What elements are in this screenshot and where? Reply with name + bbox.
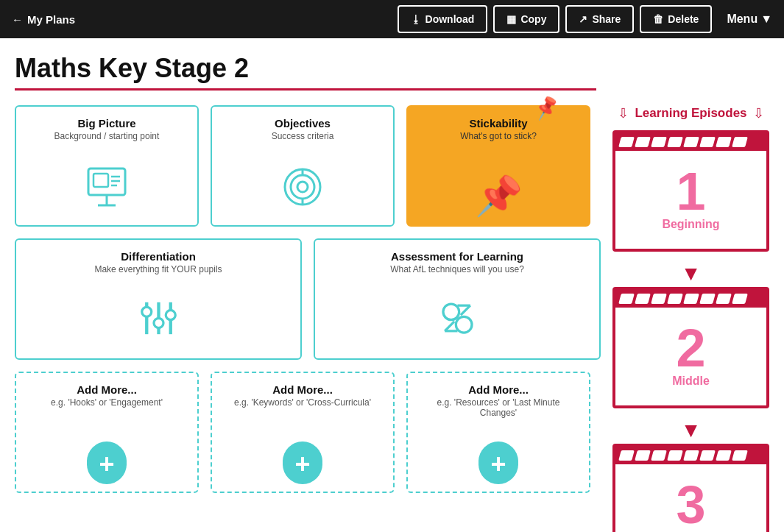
- svg-line-23: [445, 322, 454, 331]
- svg-line-22: [460, 305, 470, 315]
- copy-icon: ▦: [506, 13, 516, 25]
- card-row-1: Big Picture Background / starting point: [15, 105, 601, 227]
- assessment-title: Assessment for Learning: [391, 250, 523, 263]
- svg-point-9: [297, 182, 308, 192]
- filmstrip-tooth: [732, 450, 748, 461]
- stickability-card[interactable]: 📌 Stickability What's got to stick? 📌: [406, 105, 590, 227]
- episode-card-3[interactable]: 3 End: [612, 444, 769, 532]
- cards-area: Big Picture Background / starting point: [15, 105, 601, 532]
- title-underline: [15, 88, 596, 91]
- menu-button[interactable]: Menu ▼: [727, 13, 772, 26]
- share-icon: ↗: [579, 13, 587, 25]
- episodes-label: Learning Episodes: [635, 106, 746, 121]
- stickability-title: Stickability: [469, 117, 527, 130]
- episode-card-1[interactable]: 1 Beginning: [612, 130, 769, 252]
- svg-point-19: [456, 316, 472, 333]
- menu-label: Menu: [727, 13, 757, 26]
- filmstrip-tooth: [667, 294, 683, 304]
- episode-3-number: 3: [676, 478, 705, 531]
- assessment-icon: [434, 294, 481, 348]
- filmstrip-tooth: [635, 294, 651, 304]
- main-content: Maths Key Stage 2 Big Picture Background…: [0, 38, 784, 532]
- filmstrip-tooth: [667, 450, 683, 461]
- header: ← My Plans ⭳ Download ▦ Copy ↗ Share 🗑 D…: [0, 0, 784, 38]
- filmstrip-tooth: [699, 450, 716, 461]
- big-picture-card[interactable]: Big Picture Background / starting point: [15, 105, 199, 227]
- add-more-card-1[interactable]: Add More... e.g. 'Hooks' or 'Engagement'…: [15, 372, 199, 493]
- pin-top-icon: 📌: [532, 93, 561, 121]
- svg-point-16: [154, 319, 163, 328]
- stickability-subtitle: What's got to stick?: [460, 131, 537, 141]
- add-icon-2: +: [283, 441, 322, 481]
- filmstrip-tooth: [716, 450, 732, 461]
- objectives-title: Objectives: [275, 117, 331, 130]
- copy-label: Copy: [520, 13, 546, 25]
- filmstrip-tooth: [683, 450, 699, 461]
- add-more-1-title: Add More...: [77, 383, 137, 396]
- share-button[interactable]: ↗ Share: [565, 5, 634, 33]
- arrow-down-left-icon: ⇩: [618, 105, 629, 121]
- filmstrip-tooth: [732, 137, 748, 147]
- filmstrip-tooth: [683, 294, 699, 304]
- delete-label: Delete: [668, 13, 699, 25]
- episode-arrow-2: ▼: [612, 420, 769, 441]
- add-more-card-2[interactable]: Add More... e.g. 'Keywords' or 'Cross-Cu…: [211, 372, 395, 493]
- content-area: Big Picture Background / starting point: [15, 105, 769, 532]
- page-title: Maths Key Stage 2: [15, 53, 769, 84]
- sliders-icon: [135, 294, 183, 348]
- back-label: My Plans: [27, 13, 75, 26]
- presentation-icon: [85, 165, 129, 215]
- card-row-3: Add More... e.g. 'Hooks' or 'Engagement'…: [15, 372, 601, 493]
- add-more-2-subtitle: e.g. 'Keywords' or 'Cross-Curricula': [234, 397, 371, 408]
- add-more-1-subtitle: e.g. 'Hooks' or 'Engagement': [51, 397, 163, 408]
- share-label: Share: [592, 13, 621, 25]
- filmstrip-tooth: [651, 294, 667, 304]
- filmstrip-top-3: [615, 447, 766, 464]
- filmstrip-tooth: [618, 294, 635, 304]
- back-arrow-icon: ←: [12, 13, 23, 26]
- filmstrip-tooth: [699, 294, 716, 304]
- target-icon: [280, 165, 325, 215]
- filmstrip-tooth: [667, 137, 683, 147]
- filmstrip-top-1: [615, 133, 766, 151]
- episode-card-2[interactable]: 2 Middle: [612, 287, 769, 408]
- add-more-card-3[interactable]: Add More... e.g. 'Resources' or 'Last Mi…: [406, 372, 590, 493]
- svg-point-17: [166, 311, 175, 320]
- delete-button[interactable]: 🗑 Delete: [640, 5, 712, 33]
- add-more-3-subtitle: e.g. 'Resources' or 'Last Minute Changes…: [418, 397, 579, 418]
- filmstrip-tooth: [635, 450, 651, 461]
- objectives-card[interactable]: Objectives Success criteria: [211, 105, 395, 227]
- episode-1-label: Beginning: [662, 218, 719, 231]
- add-more-2-title: Add More...: [272, 383, 333, 396]
- arrow-down-right-icon: ⇩: [753, 105, 764, 121]
- copy-button[interactable]: ▦ Copy: [493, 5, 559, 33]
- svg-point-15: [141, 307, 151, 316]
- svg-rect-3: [93, 174, 108, 187]
- episode-arrow-1: ▼: [612, 263, 769, 284]
- trash-icon: 🗑: [653, 13, 663, 25]
- episode-2-label: Middle: [672, 375, 710, 388]
- svg-point-8: [291, 175, 314, 199]
- assessment-subtitle: What AfL techniques will you use?: [390, 264, 524, 274]
- filmstrip-tooth: [683, 137, 699, 147]
- download-label: Download: [425, 13, 475, 25]
- filmstrip-tooth: [716, 137, 732, 147]
- add-icon-1: +: [87, 441, 127, 481]
- svg-point-18: [443, 304, 459, 320]
- differentiation-title: Differentiation: [121, 250, 196, 263]
- filmstrip-tooth: [699, 137, 716, 147]
- objectives-subtitle: Success criteria: [272, 131, 334, 141]
- filmstrip-tooth: [618, 450, 635, 461]
- chevron-down-icon: ▼: [760, 13, 772, 26]
- add-icon-3: +: [478, 441, 518, 481]
- assessment-card[interactable]: Assessment for Learning What AfL techniq…: [314, 238, 601, 360]
- card-row-2: Differentiation Make everything fit YOUR…: [15, 238, 601, 360]
- filmstrip-tooth: [651, 137, 667, 147]
- filmstrip-tooth: [635, 137, 651, 147]
- download-button[interactable]: ⭳ Download: [398, 5, 488, 33]
- back-button[interactable]: ← My Plans: [12, 13, 75, 26]
- filmstrip-tooth: [618, 137, 635, 147]
- differentiation-card[interactable]: Differentiation Make everything fit YOUR…: [15, 238, 302, 360]
- filmstrip-top-2: [615, 290, 766, 308]
- filmstrip-tooth: [651, 450, 667, 461]
